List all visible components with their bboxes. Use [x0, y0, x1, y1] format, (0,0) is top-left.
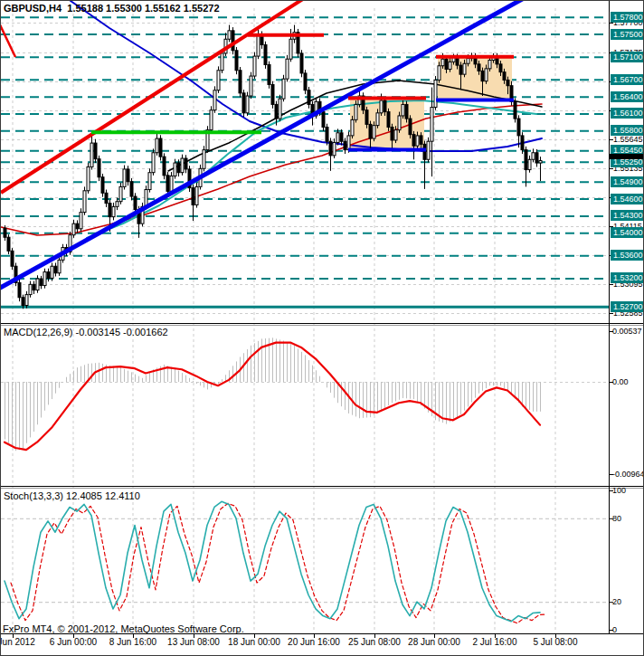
macd-axis-zero-label: 0.00	[612, 377, 629, 386]
time-axis-label: 6 Jun 00:00	[50, 637, 97, 647]
macd-indicator-label: MACD(12,26,9) -0.003145 -0.001662	[4, 327, 168, 338]
time-axis-label: 5 Jul 08:00	[534, 637, 578, 647]
price-grid-label: 1.55645	[613, 135, 643, 144]
time-axis-label: 8 Jun 16:00	[109, 637, 156, 647]
price-level-badge: 1.52700	[611, 301, 644, 312]
price-level-badge: 1.54300	[611, 210, 644, 221]
time-axis-label: 2 Jul 16:00	[473, 637, 517, 647]
macd-axis-max-label: 0.00537	[612, 327, 642, 336]
price-level-badge: 1.53600	[611, 250, 644, 261]
stoch-axis-80-label: 80	[612, 514, 621, 523]
time-axis-label: 1 Jun 2012	[0, 637, 35, 647]
price-level-badge: 1.56400	[611, 91, 644, 102]
time-axis-label: 18 Jun 00:00	[228, 637, 280, 647]
chart-title: GBPUSD,H4 1.55188 1.55300 1.55162 1.5527…	[4, 3, 220, 14]
time-axis-label: 13 Jun 08:00	[167, 637, 220, 647]
price-level-badge: 1.54600	[611, 194, 644, 204]
price-level-badge: 1.53200	[611, 272, 644, 283]
macd-axis-min-label: -0.00964	[612, 470, 644, 479]
stoch-axis-20-label: 20	[612, 597, 621, 606]
price-level-badge: 1.56100	[611, 108, 644, 119]
current-price-marker	[610, 154, 644, 159]
price-level-badge: 1.57800	[611, 12, 644, 23]
stoch-indicator-label: Stoch(13,3,3) 12.4085 12.4110	[4, 490, 140, 501]
price-level-badge: 1.57100	[611, 52, 644, 62]
time-axis-label: 28 Jun 00:00	[408, 637, 460, 647]
mt4-chart-window[interactable]: GBPUSD,H4 1.55188 1.55300 1.55162 1.5527…	[0, 0, 644, 656]
stoch-axis-0-label: 0	[612, 625, 617, 634]
price-level-badge: 1.54900	[611, 176, 644, 187]
price-level-badge: 1.54000	[611, 227, 644, 238]
copyright-label: FxPro MT4, © 2001-2012, MetaQuotes Softw…	[3, 623, 244, 634]
price-level-badge: 1.55800	[611, 125, 644, 136]
stoch-axis-100-label: 100	[612, 486, 626, 495]
time-axis-label: 25 Jun 08:00	[348, 637, 401, 647]
time-axis-label: 20 Jun 16:00	[288, 637, 340, 647]
price-level-badge: 1.57500	[611, 29, 644, 40]
price-level-badge: 1.56700	[611, 74, 644, 85]
